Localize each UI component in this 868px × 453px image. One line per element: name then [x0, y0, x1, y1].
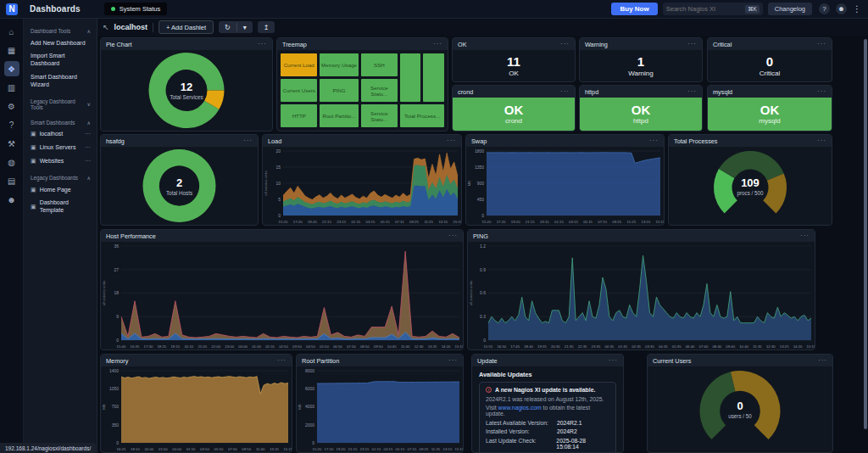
sidebar-item-add-new-dashboard[interactable]: Add New Dashboard: [24, 36, 97, 50]
panel-header[interactable]: Pie Chart ···: [101, 38, 272, 50]
svg-text:14:20: 14:20: [442, 344, 451, 349]
sidebar-section-header[interactable]: Dashboard Tools∧: [24, 25, 97, 36]
sidebar-item-home-page[interactable]: ▣Home Page: [24, 183, 97, 197]
svg-text:0.9: 0.9: [480, 267, 486, 272]
svg-text:21:15: 21:15: [322, 220, 331, 224]
status-name: crond: [505, 117, 522, 125]
reports-icon[interactable]: ▥: [4, 80, 19, 95]
vertical-scrollbar[interactable]: [864, 36, 867, 453]
treemap-tile-memory-usage[interactable]: Memory Usage: [320, 53, 358, 76]
sidebar-item-localhost[interactable]: ▣localhost···: [24, 128, 97, 142]
panel-menu-icon[interactable]: ···: [448, 358, 458, 363]
changelog-button[interactable]: Changelog: [768, 3, 812, 15]
status-tile[interactable]: OK mysqld: [708, 98, 832, 131]
refresh-group: ↻ ▾: [219, 21, 253, 33]
refresh-chevron-icon[interactable]: ▾: [237, 21, 253, 33]
sidebar-item-import-smart-dashboard[interactable]: Import Smart Dashboard: [24, 50, 97, 71]
panel-menu-icon[interactable]: ···: [817, 89, 826, 94]
svg-text:0: 0: [483, 338, 486, 343]
hosts-donut-chart: [101, 147, 258, 225]
sidebar-item-websites[interactable]: ▣Websites···: [24, 154, 97, 168]
panel-menu-icon[interactable]: ···: [817, 42, 826, 47]
panel-menu-icon[interactable]: ···: [817, 138, 826, 143]
root-partition-chart: 0200040006000800015:2017:2019:2021:1523:…: [297, 366, 463, 452]
back-arrow-icon[interactable]: ↖: [103, 23, 109, 31]
home-icon[interactable]: ⌂: [4, 24, 19, 39]
panel-menu-icon[interactable]: ···: [687, 42, 697, 47]
item-menu-icon[interactable]: ···: [85, 131, 91, 138]
panel-menu-icon[interactable]: ···: [433, 42, 442, 47]
svg-text:all service units: all service units: [102, 281, 106, 305]
treemap-tile-ssh[interactable]: SSH: [361, 53, 398, 76]
treemap-tile-ping[interactable]: PING: [320, 79, 358, 102]
nagios-logo[interactable]: N: [6, 3, 18, 15]
treemap-tile-service-statu-[interactable]: Service Statu...: [361, 79, 398, 102]
help-icon[interactable]: ?: [819, 3, 830, 14]
treemap-tile-http[interactable]: HTTP: [281, 104, 317, 127]
sidebar-section-header[interactable]: Smart Dashboards∧: [24, 117, 97, 128]
treemap-tile-root-partitio-[interactable]: Root Partitio...: [320, 104, 358, 127]
treemap-tile-total-process-[interactable]: Total Process...: [400, 104, 444, 127]
panel-header[interactable]: Treemap ···: [277, 38, 448, 50]
export-icon[interactable]: ↥: [258, 21, 275, 33]
svg-text:02:35: 02:35: [632, 344, 641, 349]
status-tile[interactable]: OK httpd: [580, 98, 702, 131]
add-dashlet-button[interactable]: + Add Dashlet: [159, 20, 214, 34]
status-tile[interactable]: OK crond: [453, 98, 575, 131]
dashboards-icon[interactable]: ❖: [4, 61, 19, 76]
svg-text:MB: MB: [298, 404, 302, 410]
system-status-button[interactable]: System Status: [104, 3, 167, 15]
panel-menu-icon[interactable]: ···: [243, 138, 253, 143]
panel-menu-icon[interactable]: ···: [649, 138, 659, 143]
treemap-tile-current-load[interactable]: Current Load: [281, 53, 317, 76]
panel-menu-icon[interactable]: ···: [560, 42, 570, 47]
refresh-icon[interactable]: ↻: [219, 21, 236, 33]
panel-menu-icon[interactable]: ···: [277, 358, 287, 363]
user-icon[interactable]: ☻: [836, 3, 847, 14]
status-name: mysqld: [759, 117, 780, 125]
panel-menu-icon[interactable]: ···: [258, 42, 267, 47]
scrollbar-thumb[interactable]: [864, 39, 867, 429]
sidebar-section-header[interactable]: Legacy Dashboard Tools∨: [24, 96, 97, 113]
nagios-link[interactable]: www.nagios.com: [498, 405, 542, 411]
enterprise-icon[interactable]: ▤: [4, 173, 19, 188]
tools-icon[interactable]: ⚒: [4, 136, 19, 151]
treemap-tile[interactable]: [423, 53, 444, 102]
panel-menu-icon[interactable]: ···: [447, 138, 456, 143]
overflow-menu-icon[interactable]: ⋮: [853, 4, 861, 14]
sidebar-item-dashboard-template[interactable]: ▣Dashboard Template: [24, 197, 97, 218]
buy-now-button[interactable]: Buy Now: [611, 3, 657, 15]
treemap-tile[interactable]: [400, 53, 420, 102]
settings-icon[interactable]: ⚙: [4, 98, 19, 114]
treemap-tile-service-statu-[interactable]: Service Statu...: [361, 104, 398, 127]
svg-text:17:20: 17:20: [497, 220, 506, 224]
user-icon[interactable]: ☻: [4, 192, 19, 207]
panel-menu-icon[interactable]: ···: [800, 233, 810, 238]
panel-total-processes: Total Processes ··· 109 procs / 500: [668, 134, 832, 226]
search-input[interactable]: [666, 5, 734, 13]
panel-menu-icon[interactable]: ···: [560, 89, 570, 94]
panel-menu-icon[interactable]: ···: [687, 89, 697, 94]
svg-text:1350: 1350: [475, 165, 484, 170]
panel-menu-icon[interactable]: ···: [448, 233, 458, 238]
panel-menu-icon[interactable]: ···: [818, 358, 827, 363]
treemap-tile-current-users[interactable]: Current Users: [281, 79, 317, 102]
sidebar-item-linux-servers[interactable]: ▣Linux Servers···: [24, 142, 97, 155]
svg-text:03:15: 03:15: [384, 447, 393, 451]
search-box[interactable]: ⌘K: [663, 3, 763, 15]
sidebar-item-smart-dashboard-wizard[interactable]: Smart Dashboard Wizard: [24, 70, 97, 92]
panel-title: Update: [477, 357, 498, 365]
svg-text:20:35: 20:35: [551, 344, 560, 349]
panel-menu-icon[interactable]: ···: [609, 358, 618, 363]
help-icon[interactable]: ?: [4, 117, 19, 132]
monitoring-icon[interactable]: ◍: [4, 154, 19, 170]
stat-label: OK: [509, 70, 519, 77]
svg-text:19:20: 19:20: [511, 220, 520, 224]
dashboard-icon: ▣: [31, 158, 36, 165]
item-menu-icon[interactable]: ···: [85, 158, 91, 165]
sidebar-section-header[interactable]: Legacy Dashboards∧: [24, 172, 97, 183]
svg-text:21:15: 21:15: [348, 447, 358, 451]
apps-icon[interactable]: ▦: [4, 42, 19, 58]
item-menu-icon[interactable]: ···: [85, 144, 91, 152]
svg-text:18:40: 18:40: [524, 344, 533, 349]
